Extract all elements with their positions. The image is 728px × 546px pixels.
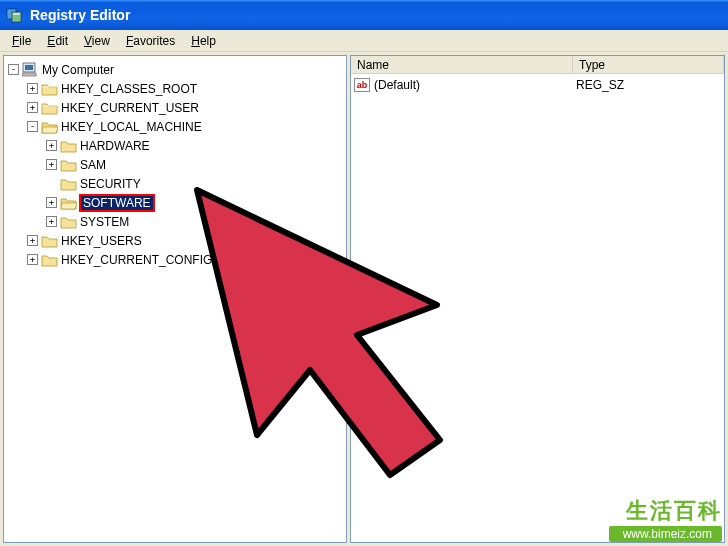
menu-view[interactable]: View: [76, 32, 118, 50]
folder-icon: [60, 177, 77, 191]
content-area: - My Computer: [0, 52, 728, 546]
menu-help[interactable]: Help: [183, 32, 224, 50]
window: Registry Editor File Edit View Favorites…: [0, 0, 728, 546]
watermark-text: 生活百科: [626, 496, 722, 526]
tree-node-hkcr[interactable]: + HKEY_CLASSES_ROOT: [27, 79, 344, 98]
expand-icon[interactable]: +: [27, 235, 38, 246]
string-value-icon: ab: [354, 78, 370, 92]
folder-icon: [41, 253, 58, 267]
tree-label-hku: HKEY_USERS: [61, 234, 142, 248]
expand-icon[interactable]: +: [27, 102, 38, 113]
tree-pane[interactable]: - My Computer: [3, 55, 347, 543]
list-pane[interactable]: Name Type ab (Default) REG_SZ: [350, 55, 725, 543]
watermark-url: www.bimeiz.com: [609, 526, 722, 542]
tree-label-root: My Computer: [42, 63, 114, 77]
folder-icon: [60, 215, 77, 229]
tree-node-security[interactable]: SECURITY: [46, 174, 344, 193]
tree-label-security: SECURITY: [80, 177, 141, 191]
tree-node-software[interactable]: + SOFTWARE: [46, 193, 344, 212]
tree-node-sam[interactable]: + SAM: [46, 155, 344, 174]
watermark: 生活百科 www.bimeiz.com: [609, 496, 722, 542]
tree-node-hklm[interactable]: - HKEY_LOCAL_MACHINE: [27, 117, 344, 136]
tree-label-sam: SAM: [80, 158, 106, 172]
folder-icon: [41, 82, 58, 96]
menu-favorites[interactable]: Favorites: [118, 32, 183, 50]
folder-icon: [41, 101, 58, 115]
tree-node-hkcu[interactable]: + HKEY_CURRENT_USER: [27, 98, 344, 117]
list-row[interactable]: ab (Default) REG_SZ: [351, 76, 724, 93]
tree-label-hklm: HKEY_LOCAL_MACHINE: [61, 120, 202, 134]
value-name: (Default): [374, 78, 420, 92]
menu-file[interactable]: File: [4, 32, 39, 50]
tree: - My Computer: [6, 60, 344, 269]
tree-label-hkcu: HKEY_CURRENT_USER: [61, 101, 199, 115]
column-header-type[interactable]: Type: [573, 56, 724, 73]
tree-node-hardware[interactable]: + HARDWARE: [46, 136, 344, 155]
tree-label-hkcr: HKEY_CLASSES_ROOT: [61, 82, 197, 96]
expand-icon[interactable]: +: [46, 216, 57, 227]
svg-rect-4: [25, 65, 33, 70]
cell-name: ab (Default): [354, 78, 576, 92]
folder-open-icon: [41, 120, 58, 134]
tree-label-hkcc: HKEY_CURRENT_CONFIG: [61, 253, 212, 267]
svg-rect-2: [13, 13, 20, 15]
expand-icon[interactable]: +: [27, 83, 38, 94]
folder-icon: [60, 139, 77, 153]
collapse-icon[interactable]: -: [27, 121, 38, 132]
tree-node-hkcc[interactable]: + HKEY_CURRENT_CONFIG: [27, 250, 344, 269]
tree-node-root[interactable]: - My Computer: [8, 60, 344, 79]
window-title: Registry Editor: [30, 7, 130, 23]
folder-icon: [60, 158, 77, 172]
titlebar[interactable]: Registry Editor: [0, 0, 728, 30]
tree-label-system: SYSTEM: [80, 215, 129, 229]
expand-icon[interactable]: +: [46, 159, 57, 170]
computer-icon: [22, 62, 39, 77]
tree-label-hardware: HARDWARE: [80, 139, 150, 153]
folder-open-icon: [60, 196, 77, 210]
expander-empty: [46, 178, 57, 189]
collapse-icon[interactable]: -: [8, 64, 19, 75]
app-icon: [6, 6, 24, 24]
expand-icon[interactable]: +: [46, 197, 57, 208]
folder-icon: [41, 234, 58, 248]
list-body: ab (Default) REG_SZ: [351, 74, 724, 95]
tree-label-software: SOFTWARE: [80, 195, 154, 211]
list-header: Name Type: [351, 56, 724, 74]
menubar: File Edit View Favorites Help: [0, 30, 728, 52]
expand-icon[interactable]: +: [46, 140, 57, 151]
svg-rect-5: [22, 73, 36, 76]
column-header-name[interactable]: Name: [351, 56, 573, 73]
cell-type: REG_SZ: [576, 78, 724, 92]
tree-node-hku[interactable]: + HKEY_USERS: [27, 231, 344, 250]
menu-edit[interactable]: Edit: [39, 32, 76, 50]
tree-node-system[interactable]: + SYSTEM: [46, 212, 344, 231]
expand-icon[interactable]: +: [27, 254, 38, 265]
